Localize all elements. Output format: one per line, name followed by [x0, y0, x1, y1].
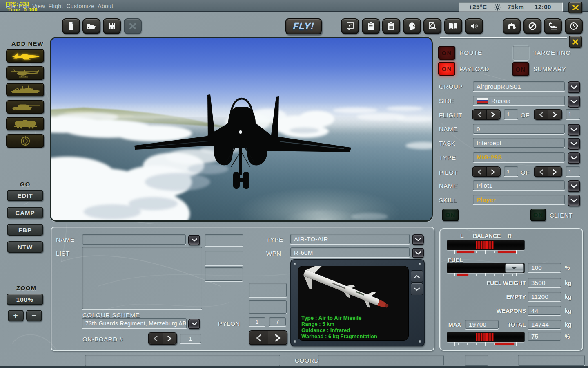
total-slider[interactable] — [447, 332, 525, 342]
add-static-object-button[interactable] — [6, 134, 44, 148]
colour-scheme-dropdown-button[interactable] — [188, 319, 200, 329]
flight-total-field[interactable]: 1 — [566, 109, 580, 119]
fuel-weight-field[interactable]: 3500 — [528, 278, 561, 287]
fuel-slider[interactable] — [447, 263, 525, 273]
payload-name-field[interactable] — [82, 234, 186, 245]
colour-scheme-field[interactable]: 73th Guards Regiment, Merzeburg AB — [82, 318, 187, 328]
close-mission-button[interactable] — [124, 18, 142, 34]
zoom-value-button[interactable]: 100% — [7, 294, 43, 305]
flight-prev-button[interactable] — [473, 110, 487, 119]
flight-next-button[interactable] — [487, 110, 500, 119]
coord-field[interactable] — [318, 355, 444, 366]
pilot-name-dropdown-button[interactable] — [568, 180, 580, 192]
fuel-percent-field[interactable]: 100 — [528, 263, 561, 272]
onboard-number-field[interactable]: 1 — [180, 334, 201, 343]
debriefing-button[interactable] — [382, 18, 400, 34]
new-mission-button[interactable] — [62, 18, 80, 34]
go-edit-button[interactable]: EDIT — [7, 190, 43, 201]
type-dropdown-button[interactable] — [568, 152, 580, 164]
group-field[interactable]: AirgroupRUS01 — [473, 81, 565, 91]
pilot-name-field[interactable]: Pilot1 — [473, 180, 565, 190]
status-field-small[interactable] — [465, 355, 488, 366]
view-objects-button[interactable] — [503, 18, 521, 34]
flight-number-field[interactable]: 1 — [504, 109, 518, 119]
takeoff-position-button[interactable] — [341, 18, 359, 34]
add-airplane-button[interactable] — [6, 49, 44, 63]
status-field-left[interactable] — [85, 355, 280, 366]
balance-slider[interactable] — [447, 240, 525, 250]
group-dropdown-button[interactable] — [568, 81, 580, 93]
3d-viewport[interactable] — [50, 37, 433, 222]
name-field[interactable]: 0 — [473, 124, 565, 134]
onboard-prev-button[interactable] — [149, 333, 163, 344]
route-toggle[interactable]: ON — [438, 46, 455, 60]
pilot-next-button[interactable] — [487, 167, 500, 176]
unit-on-toggle[interactable]: ON — [442, 209, 459, 221]
weapon-type-dropdown-button[interactable] — [412, 234, 424, 245]
mission-preview-button[interactable] — [423, 18, 441, 34]
max-weight-field[interactable]: 19700 — [465, 320, 499, 329]
weapon-scroll-up-button[interactable] — [411, 270, 423, 283]
panel-close-button[interactable] — [569, 36, 582, 48]
fly-button[interactable]: FLY! — [285, 18, 322, 34]
menu-customize[interactable]: Customize — [66, 3, 94, 9]
menu-about[interactable]: About — [98, 3, 113, 9]
targeting-toggle[interactable] — [512, 45, 530, 60]
fuel-slider-handle[interactable] — [505, 263, 524, 273]
go-ntw-button[interactable]: NTW — [7, 241, 43, 253]
pilot-total-field[interactable]: 1 — [566, 166, 580, 176]
pylon-next-button[interactable] — [268, 331, 287, 344]
weapon-type-field[interactable]: AIR-TO-AIR — [290, 234, 410, 244]
pilot-number-value: 1 — [507, 168, 510, 175]
pilot-prev-button[interactable] — [473, 167, 487, 176]
payload-list-box[interactable] — [82, 247, 202, 309]
payload-toggle[interactable]: ON — [438, 62, 455, 76]
task-dropdown-button[interactable] — [568, 138, 580, 150]
onboard-next-button[interactable] — [163, 333, 177, 344]
weapon-scroll-down-button[interactable] — [411, 283, 423, 295]
weather-settings-button[interactable] — [544, 18, 562, 34]
encyclopedia-button[interactable] — [444, 18, 462, 34]
type-field[interactable]: MiG-29S — [473, 152, 565, 162]
window-close-button[interactable] — [568, 2, 582, 13]
sound-options-button[interactable] — [465, 18, 483, 34]
save-mission-button[interactable] — [103, 18, 121, 34]
go-camp-button[interactable]: CAMP — [7, 207, 43, 218]
add-helicopter-button[interactable] — [6, 66, 44, 80]
name-dropdown-button[interactable] — [568, 124, 580, 136]
side-field[interactable]: Russia — [473, 96, 565, 105]
task-field[interactable]: Intercept — [473, 138, 565, 148]
summary-toggle[interactable]: ON — [512, 62, 529, 76]
briefing-button[interactable] — [362, 18, 380, 34]
pilot-total-next-button[interactable] — [548, 167, 562, 176]
weapon-field[interactable]: R-60M — [290, 247, 410, 257]
time-settings-button[interactable] — [565, 18, 583, 34]
zoom-in-button[interactable]: + — [8, 310, 24, 321]
skill-dropdown-button[interactable] — [568, 195, 580, 206]
open-mission-button[interactable] — [82, 18, 100, 34]
flight-total-next-button[interactable] — [548, 110, 562, 119]
chevron-down-icon — [415, 238, 421, 241]
total-percent-field[interactable]: 75 — [528, 332, 561, 341]
skill-field[interactable]: Player — [473, 195, 565, 204]
add-vehicle-button[interactable] — [6, 100, 44, 114]
menu-flight[interactable]: Flight — [48, 3, 63, 9]
zoom-out-button[interactable]: − — [26, 310, 42, 321]
pylon-prev-button[interactable] — [249, 331, 268, 344]
pilot-number-field[interactable]: 1 — [504, 166, 518, 176]
pilot-total-prev-button[interactable] — [535, 167, 548, 176]
side-dropdown-button[interactable] — [568, 96, 580, 108]
client-on-toggle[interactable]: ON — [530, 209, 546, 221]
weapon-dropdown-button[interactable] — [412, 248, 424, 258]
total-weight-field[interactable]: 14744 — [528, 320, 561, 329]
restrictions-button[interactable] — [523, 18, 541, 34]
pilot-log-button[interactable] — [403, 18, 421, 34]
payload-name-dropdown-button[interactable] — [188, 235, 200, 245]
empty-weight-field[interactable]: 11200 — [528, 292, 561, 301]
flight-total-prev-button[interactable] — [535, 110, 548, 119]
add-train-button[interactable] — [6, 117, 44, 130]
weapons-weight-field[interactable]: 44 — [528, 306, 561, 315]
go-fbp-button[interactable]: FBP — [7, 224, 43, 236]
add-ship-button[interactable] — [6, 83, 44, 96]
status-field-right[interactable] — [518, 355, 585, 366]
